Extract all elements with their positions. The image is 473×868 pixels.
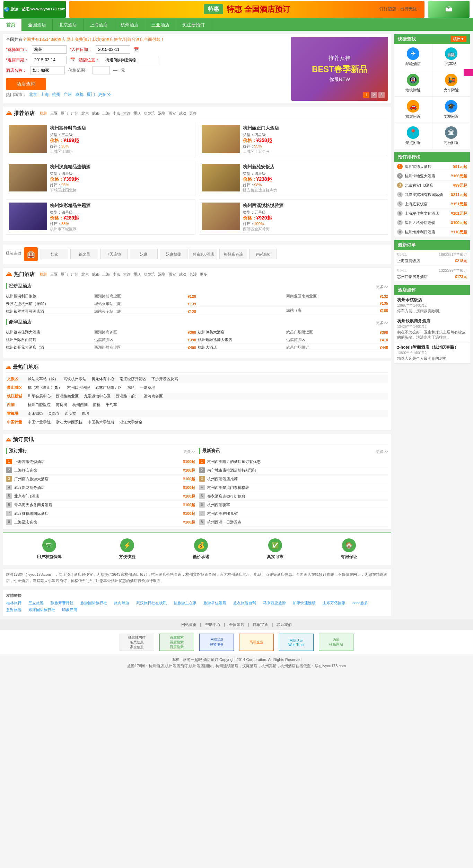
share-button[interactable]: 分享 — [464, 69, 473, 76]
landmark-gaotie[interactable]: 高铁杭州东站 — [63, 376, 86, 382]
hotel-card-5[interactable]: 杭州炫彩精品主题酒 类型：四星级 价格：¥289起 好评：88% 杭州市下城区厚 — [6, 199, 195, 235]
footer-nav-hotels[interactable]: 全国酒店 — [229, 623, 244, 627]
friend-link-zijia[interactable]: 旅友旅游自驾 — [233, 600, 256, 606]
landmark-yaokang[interactable]: 杭州口腔医院 — [67, 385, 90, 390]
hot-city-hrb[interactable]: 哈尔滨 — [144, 272, 155, 277]
hot-city-dl[interactable]: 大连 — [123, 272, 131, 277]
price-min-input[interactable] — [93, 66, 110, 74]
brand-nanyuan[interactable]: 南苑e家 — [249, 249, 277, 259]
hotel-card-4[interactable]: 杭州新苑安饭店 类型：四星级 价格：¥238起 好评：98% 延安路直达直柱寺旁 — [199, 161, 388, 196]
brand-jiajia[interactable]: 如家 — [41, 249, 68, 259]
quick-icon-school[interactable]: 🎓 学校附近 — [432, 97, 470, 123]
luxury-item-4[interactable]: 杭州伊美大酒店 武昌广场附近区 ¥398 — [198, 329, 388, 336]
brand-jingzhi[interactable]: 锦之星 — [70, 249, 98, 259]
landmark-hefang[interactable]: 河坊街 — [56, 402, 67, 408]
landmark-quqiao[interactable]: 衢桥 — [93, 402, 100, 408]
rank-item-8[interactable]: 8 杭州海摩利日酒店 ¥116元起 — [394, 227, 470, 237]
economy-more[interactable]: 更多>> — [376, 284, 388, 289]
nav-item-beijing[interactable]: 北京酒店 — [53, 19, 84, 31]
hotel-card-3[interactable]: 杭州汉庭精品连锁酒 类型：四星级 价格：¥399起 好评：95% 下城区建国北路 — [6, 161, 195, 196]
news-more[interactable]: 更多>> — [376, 449, 388, 454]
hot-city-hangzhou[interactable]: 杭州 — [52, 92, 60, 97]
rec-city-haerbin[interactable]: 哈尔滨 — [144, 111, 155, 116]
nav-item-hotels[interactable]: 全国酒店 — [22, 19, 53, 31]
rec-city-more[interactable]: 更多 — [189, 111, 197, 116]
quick-icon-scenic[interactable]: 📍 景点附近 — [394, 123, 432, 149]
checkin-input[interactable] — [96, 45, 130, 54]
rank-item-2[interactable]: 2 杭州卡地亚大酒店 ¥166元起 — [394, 171, 470, 181]
luxury-more[interactable]: 更多>> — [376, 320, 388, 325]
friend-link-yicai[interactable]: 意财旅游 — [6, 607, 21, 612]
luxury-item-6[interactable]: 杭州大酒店 武昌广场附近 ¥445 — [198, 344, 388, 351]
quick-icon-tour[interactable]: 🚗 旅游附近 — [394, 97, 432, 123]
brand-hanting2[interactable]: 汉庭快捷 — [160, 249, 187, 259]
hot-city-guangzhou[interactable]: 广州 — [63, 92, 72, 97]
economy-item-6[interactable]: 城站（廉 ¥168 — [198, 307, 388, 314]
rank-item-1[interactable]: 1 深圳富德大酒店 ¥91元起 — [394, 162, 470, 171]
nav-item-register[interactable]: 免注册预订 — [176, 19, 211, 31]
landmark-zhongguomeishu[interactable]: 中国美术学院所 — [88, 420, 114, 425]
nav-item-shanghai[interactable]: 上海酒店 — [84, 19, 114, 31]
landmark-dongqu[interactable]: 东区 — [127, 385, 135, 390]
booking-rank-3[interactable]: 3广州南方旅游大酒店¥100起 — [6, 475, 195, 483]
quick-icon-platform[interactable]: 🏛 高台附近 — [432, 123, 470, 149]
footer-nav-help[interactable]: 帮助中心 — [205, 623, 220, 627]
nav-item-hangzhou[interactable]: 杭州酒店 — [114, 19, 145, 31]
banner-dot-3[interactable]: 3 — [378, 92, 385, 98]
news-item-8[interactable]: 8杭州西湖一日游景点 — [199, 518, 388, 527]
booking-rank-6[interactable]: 6青岛海天乡务商务酒店¥100起 — [6, 501, 195, 509]
rank-item-7[interactable]: 7 深圳大格分店连锁 ¥100元起 — [394, 218, 470, 227]
news-item-1[interactable]: 1杭州西湖附近的酒店预订有优惠 — [199, 457, 388, 466]
landmark-wulin[interactable]: 武林广场附近区 — [95, 385, 122, 390]
hot-city-sh[interactable]: 上海 — [102, 272, 110, 277]
landmark-westlake[interactable]: 杭州西湖 — [72, 402, 88, 408]
nav-item-home[interactable]: 首页 — [0, 19, 22, 31]
landmark-huanglong[interactable]: 黄龙体育中心 — [91, 376, 114, 382]
brand-green[interactable]: 格林豪泰连 — [219, 249, 247, 259]
landmark-zhongguojiliang[interactable]: 中国计量学院 — [28, 420, 51, 425]
brand-hanting[interactable]: 汉庭 — [130, 249, 158, 259]
hot-city-sy[interactable]: 三亚 — [50, 272, 58, 277]
landmark-jiutang[interactable]: 九堂运动中心区 — [84, 394, 111, 399]
hot-city-wh[interactable]: 武汉 — [179, 272, 186, 277]
quick-icon-cruise[interactable]: ✈ 邮轮酒店 — [394, 44, 432, 70]
landmark-xihulu[interactable]: 西湖路商业区 — [56, 394, 79, 399]
search-button[interactable]: 酒店查询 — [6, 78, 46, 90]
rec-city-sanya[interactable]: 三亚 — [50, 111, 58, 116]
quick-icon-metro[interactable]: 🚇 地铁附近 — [394, 70, 432, 96]
rec-city-wuhan[interactable]: 武汉 — [179, 111, 186, 116]
hot-city-more2[interactable]: 更多 — [200, 272, 207, 277]
booking-rank-4[interactable]: 4武汉新龙商务酒店¥100起 — [6, 483, 195, 492]
landmark-zhanchezhan[interactable]: 城站火车站（城） — [28, 376, 58, 382]
hot-city-nj[interactable]: 南京 — [113, 272, 120, 277]
rec-city-dalian[interactable]: 大连 — [123, 111, 131, 116]
friend-link-guilin[interactable]: 桂林旅行 — [6, 600, 21, 606]
friend-link-coco[interactable]: coco旅多 — [352, 600, 368, 606]
friend-link-jiajia2[interactable]: 加家快速连锁 — [293, 600, 316, 606]
landmark-kqyy[interactable]: 杭州口腔医院 — [28, 402, 51, 408]
banner-dot-1[interactable]: 1 — [363, 92, 369, 98]
rank-item-3[interactable]: 3 北京右安门3酒店 ¥99元起 — [394, 181, 470, 190]
brand-7days[interactable]: 7天连锁 — [100, 249, 128, 259]
landmark-xiaoshan[interactable]: 杭（杭《萧山》萧） — [28, 385, 62, 390]
economy-item-3[interactable]: 杭州紫罗兰可可酒店酒 城站火车站（廉 ¥128 — [6, 308, 196, 315]
hotel-level-input[interactable] — [103, 56, 158, 64]
rec-city-shenzhen[interactable]: 深圳 — [158, 111, 166, 116]
site-logo[interactable]: 🌏 旅游一起吧 www.lvyou178.com — [3, 1, 66, 18]
economy-item-4[interactable]: 两商业区南商业区 ¥132 — [198, 293, 388, 300]
hot-city-hz[interactable]: 杭州 — [40, 272, 47, 277]
luxury-item-2[interactable]: 杭州洲际自由商店 远淇商务区 ¥398 — [6, 336, 196, 344]
nav-item-sanya[interactable]: 三亚酒店 — [145, 19, 176, 31]
news-item-2[interactable]: 2南宁城市廉推酒店新特别预订 — [199, 466, 388, 475]
luxury-item-5[interactable]: 杭州瑞融逸港大饭店 远淇商务区 ¥418 — [198, 336, 388, 344]
hot-city-cd[interactable]: 成都 — [92, 272, 99, 277]
luxury-item-3[interactable]: 杭州锦开元大酒店（酒 西湖路前商业区 ¥490 — [6, 344, 196, 351]
news-item-6[interactable]: 6杭州西湖驱车 — [199, 501, 388, 509]
economy-item-5[interactable]: ¥135 — [198, 300, 388, 307]
hot-city-xiamen[interactable]: 厦门 — [87, 92, 95, 97]
rec-city-shanghai[interactable]: 上海 — [102, 111, 110, 116]
landmark-qiandao[interactable]: 千岛草地 — [140, 385, 155, 390]
rec-city-chengdu[interactable]: 成都 — [92, 111, 99, 116]
landmark-nanjiang[interactable]: 南江经济开发区 — [120, 376, 146, 382]
landmark-qingfang[interactable]: 青坊 — [81, 411, 89, 416]
